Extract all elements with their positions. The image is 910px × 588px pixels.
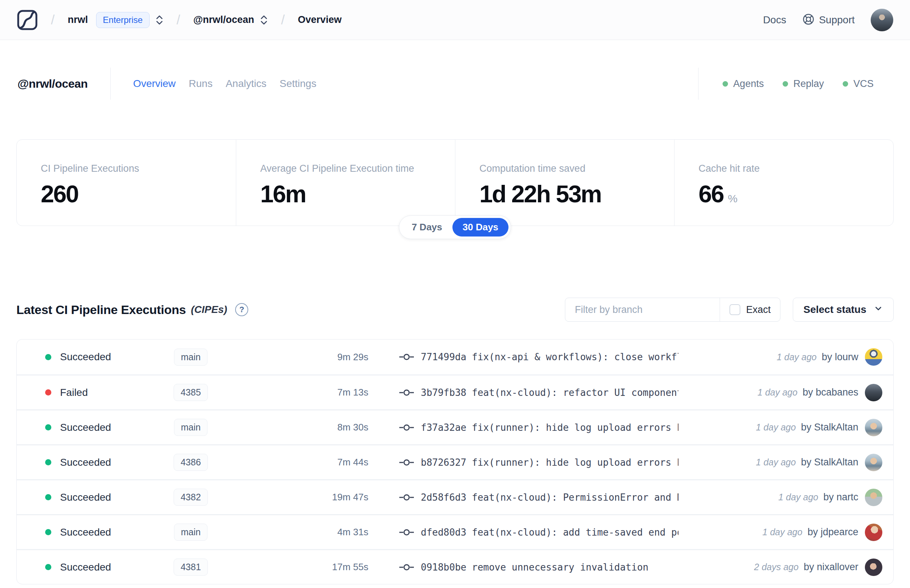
status-dot bbox=[45, 459, 51, 465]
exact-checkbox[interactable] bbox=[729, 304, 740, 315]
author: by StalkAltan bbox=[801, 422, 858, 433]
author-avatar[interactable] bbox=[865, 419, 883, 436]
branch-badge[interactable]: 4381 bbox=[174, 559, 208, 576]
org-name: nrwl bbox=[68, 14, 88, 26]
author: by bcabanes bbox=[803, 387, 858, 398]
duration: 7m 13s bbox=[215, 387, 369, 398]
workspace-name: @nrwl/ocean bbox=[193, 14, 254, 26]
commit-hash[interactable]: dfed80d3 bbox=[421, 527, 466, 538]
branch-filter-input[interactable] bbox=[565, 298, 719, 321]
author: by lourw bbox=[821, 352, 858, 363]
status-vcs[interactable]: VCS bbox=[843, 78, 874, 89]
stat-label: Computation time saved bbox=[479, 163, 674, 174]
cipe-row[interactable]: Succeeded 4382 19m 47s 2d58f6d3 feat(nx-… bbox=[17, 479, 893, 514]
breadcrumb-separator: / bbox=[176, 12, 180, 27]
commit-message: feat(nx-cloud): PermissionError and N… bbox=[472, 492, 679, 503]
author-avatar[interactable] bbox=[865, 559, 883, 576]
commit-hash[interactable]: b8726327 bbox=[421, 457, 466, 468]
branch-badge[interactable]: main bbox=[174, 523, 207, 541]
stat-label: Average CI Pipeline Execution time bbox=[260, 163, 455, 174]
author: by nixallover bbox=[804, 561, 858, 573]
author-avatar[interactable] bbox=[865, 384, 883, 401]
stat-value: 1d 22h 53m bbox=[479, 180, 601, 208]
status-label: Succeeded bbox=[60, 527, 111, 538]
support-link[interactable]: Support bbox=[802, 13, 855, 27]
cipe-row[interactable]: Succeeded main 4m 31s dfed80d3 feat(nx-c… bbox=[17, 514, 893, 549]
stat-computation-time-saved: Computation time saved 1d 22h 53m bbox=[455, 140, 674, 226]
status-label: Succeeded bbox=[60, 422, 111, 433]
branch-badge[interactable]: 4382 bbox=[174, 489, 208, 506]
git-commit-icon bbox=[399, 528, 414, 537]
breadcrumb-page: Overview bbox=[298, 14, 341, 26]
tab-runs[interactable]: Runs bbox=[189, 78, 213, 89]
exact-match-toggle[interactable]: Exact bbox=[719, 298, 781, 321]
branch-badge[interactable]: 4385 bbox=[174, 384, 208, 401]
exact-label: Exact bbox=[746, 304, 771, 315]
commit-hash[interactable]: 2d58f6d3 bbox=[421, 492, 466, 503]
cipe-row[interactable]: Succeeded main 9m 29s 771499da fix(nx-ap… bbox=[17, 339, 893, 375]
stat-value: 260 bbox=[41, 180, 78, 208]
cipe-row[interactable]: Succeeded main 8m 30s f37a32ae fix(runne… bbox=[17, 409, 893, 444]
breadcrumb: / nrwl Enterprise / @nrwl/ocean / Overvi… bbox=[17, 10, 341, 31]
duration: 8m 30s bbox=[215, 422, 369, 433]
git-commit-icon bbox=[399, 458, 414, 467]
stats-section: CI Pipeline Executions 260 Average CI Pi… bbox=[16, 139, 894, 226]
cipe-row[interactable]: Failed 4385 7m 13s 3b79fb38 feat(nx-clou… bbox=[17, 375, 893, 409]
status-dot bbox=[45, 564, 51, 570]
time-ago: 1 day ago bbox=[756, 422, 796, 433]
breadcrumb-workspace[interactable]: @nrwl/ocean bbox=[193, 14, 268, 26]
cipe-row[interactable]: Succeeded 4386 7m 44s b8726327 fix(runne… bbox=[17, 444, 893, 479]
breadcrumb-org[interactable]: nrwl Enterprise bbox=[68, 12, 163, 28]
cipe-row[interactable]: Succeeded 4381 17m 55s 0918b0be remove u… bbox=[17, 549, 893, 584]
commit-hash[interactable]: f37a32ae bbox=[421, 422, 466, 433]
author-avatar[interactable] bbox=[865, 489, 883, 506]
workspace-switcher-chevrons-icon[interactable] bbox=[260, 14, 268, 26]
status-label: Succeeded bbox=[60, 457, 111, 468]
author: by StalkAltan bbox=[801, 457, 858, 468]
status-vcs-label: VCS bbox=[853, 78, 874, 89]
tab-settings[interactable]: Settings bbox=[280, 78, 316, 89]
commit-hash[interactable]: 3b79fb38 bbox=[421, 387, 466, 398]
status-agents-label: Agents bbox=[733, 78, 764, 89]
support-label: Support bbox=[819, 14, 855, 26]
toggle-7-days-button[interactable]: 7 Days bbox=[401, 218, 453, 236]
workspace-tabs: Overview Runs Analytics Settings bbox=[133, 78, 316, 89]
author-avatar[interactable] bbox=[865, 348, 883, 366]
integration-statuses: Agents Replay VCS bbox=[698, 68, 892, 100]
stat-value: 66 bbox=[698, 180, 723, 208]
branch-badge[interactable]: main bbox=[174, 349, 207, 366]
help-icon[interactable]: ? bbox=[235, 303, 248, 316]
toggle-30-days-button[interactable]: 30 Days bbox=[453, 218, 509, 236]
author-avatar[interactable] bbox=[865, 454, 883, 471]
user-avatar[interactable] bbox=[871, 9, 893, 31]
branch-badge[interactable]: 4386 bbox=[174, 454, 208, 471]
commit-message: fix(nx-api & workflows): close workfl… bbox=[472, 352, 679, 362]
stat-cards: CI Pipeline Executions 260 Average CI Pi… bbox=[16, 139, 894, 226]
commit-hash[interactable]: 771499da bbox=[421, 352, 466, 362]
branch-badge[interactable]: main bbox=[174, 419, 207, 436]
status-agents[interactable]: Agents bbox=[723, 78, 764, 89]
status-replay[interactable]: Replay bbox=[782, 78, 824, 89]
cipe-table: Succeeded main 9m 29s 771499da fix(nx-ap… bbox=[16, 339, 894, 584]
commit-hash[interactable]: 0918b0be bbox=[421, 562, 466, 573]
org-switcher-chevrons-icon[interactable] bbox=[155, 14, 163, 26]
enterprise-badge: Enterprise bbox=[96, 12, 150, 28]
tab-overview[interactable]: Overview bbox=[133, 78, 176, 89]
topbar-actions: Docs Support bbox=[763, 9, 893, 31]
stat-label: Cache hit rate bbox=[698, 163, 893, 174]
author-avatar[interactable] bbox=[865, 523, 883, 541]
duration: 9m 29s bbox=[215, 352, 369, 363]
status-dot bbox=[45, 494, 51, 500]
git-commit-icon bbox=[399, 388, 414, 397]
tab-analytics[interactable]: Analytics bbox=[226, 78, 267, 89]
green-dot-icon bbox=[782, 81, 788, 87]
green-dot-icon bbox=[843, 81, 848, 87]
docs-link[interactable]: Docs bbox=[763, 14, 786, 26]
stat-label: CI Pipeline Executions bbox=[41, 163, 236, 174]
nx-cloud-logo-icon[interactable] bbox=[17, 10, 38, 31]
stat-ci-pipeline-executions: CI Pipeline Executions 260 bbox=[17, 140, 236, 226]
status-select-dropdown[interactable]: Select status bbox=[793, 298, 894, 321]
status-dot bbox=[45, 529, 51, 535]
time-ago: 1 day ago bbox=[756, 457, 796, 468]
chevron-down-icon bbox=[874, 304, 883, 316]
